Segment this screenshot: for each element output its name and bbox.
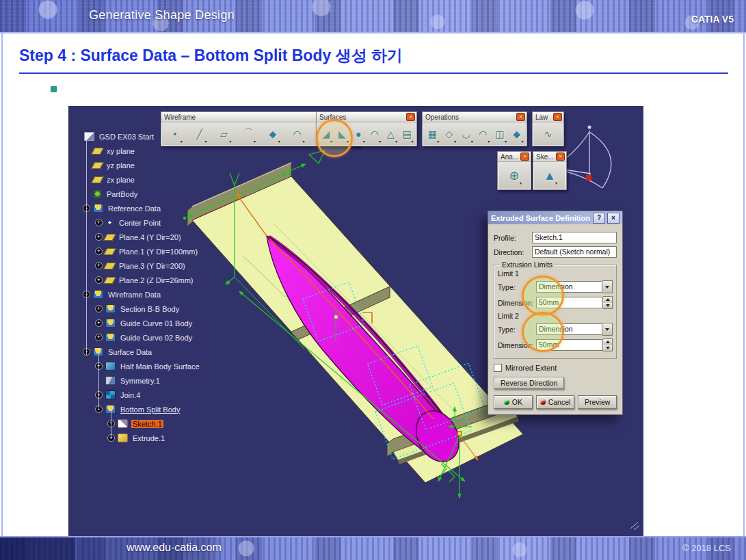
tree-item-label[interactable]: Wireframe Data — [107, 291, 162, 299]
tree-item[interactable]: - Wireframe Data — [72, 287, 234, 302]
tree-item-label[interactable]: Plane.4 (Y Dir=20) — [118, 233, 183, 241]
mirrored-extent-checkbox[interactable] — [494, 364, 502, 372]
sweep-icon[interactable]: △▾ — [384, 126, 398, 142]
sphere-icon[interactable]: ●▾ — [351, 126, 366, 142]
sketcher-icon[interactable]: ▲▾ — [542, 168, 558, 184]
expand-toggle[interactable]: + — [95, 276, 103, 284]
expand-toggle[interactable]: + — [95, 233, 103, 241]
tree-item-label[interactable]: Surface Data — [107, 348, 153, 356]
tree-item-label[interactable]: zx plane — [105, 176, 136, 184]
tree-item-label[interactable]: Section B-B Body — [119, 305, 181, 313]
tree-item[interactable]: yz plane — [72, 158, 234, 172]
tree-item-label[interactable]: Sketch.1 — [131, 420, 163, 428]
join-icon[interactable]: ▦▾ — [425, 126, 440, 142]
tree-item[interactable]: + Plane.4 (Y Dir=20) — [72, 230, 234, 244]
dialog-title-bar[interactable]: Extruded Surface Definition ? × — [488, 211, 622, 224]
projection-icon[interactable]: ⌒▾ — [240, 126, 256, 142]
tree-item[interactable]: + Half Main Body Surface — [72, 359, 234, 373]
manipulator-handle[interactable] — [334, 315, 338, 319]
expand-toggle[interactable]: - — [83, 291, 90, 298]
offset-icon[interactable]: ◠▾ — [367, 126, 382, 142]
chevron-down-icon[interactable] — [602, 323, 613, 336]
toolbar-title-bar[interactable]: Law — [533, 112, 563, 122]
close-icon[interactable] — [516, 113, 525, 121]
toolbar-title-bar[interactable]: Ske... — [533, 152, 566, 162]
healing-icon[interactable]: ◇▾ — [442, 126, 457, 142]
preview-button[interactable]: Preview — [578, 395, 617, 409]
close-icon[interactable] — [556, 152, 565, 161]
close-icon[interactable] — [520, 152, 529, 161]
tree-item[interactable]: + Sketch.1 — [72, 416, 234, 431]
toolbar-title-bar[interactable]: Ana... — [498, 152, 531, 162]
split-icon[interactable]: ◡▾ — [459, 126, 474, 142]
dimension1-spinner[interactable] — [603, 296, 613, 309]
tree-item[interactable]: + Guide Curve 01 Body — [72, 316, 234, 330]
tree-item-label[interactable]: Plane.3 (Y Dir=200) — [118, 262, 187, 270]
expand-toggle[interactable]: + — [95, 391, 103, 399]
expand-toggle[interactable]: + — [95, 334, 103, 341]
trim-icon[interactable]: ◠▾ — [475, 126, 490, 142]
tree-item[interactable]: - Bottom Split Body — [72, 402, 234, 416]
direction-input[interactable]: Default (Sketch normal) — [532, 246, 617, 258]
tree-item-label[interactable]: Half Main Body Surface — [119, 362, 201, 371]
tree-item[interactable]: + Center Point — [72, 215, 234, 230]
analysis-icon[interactable]: ⊕▾ — [506, 168, 522, 184]
expand-toggle[interactable]: + — [95, 262, 103, 269]
boundary-icon[interactable]: ◫▾ — [492, 126, 507, 142]
tree-item-label[interactable]: Plane.1 (Y Dir=100mm) — [118, 248, 199, 256]
tree-item-label[interactable]: GSD EX03 Start — [98, 133, 155, 141]
tree-item-label[interactable]: Reference Data — [107, 204, 162, 213]
expand-toggle[interactable]: + — [95, 248, 103, 255]
expand-toggle[interactable]: + — [95, 305, 103, 312]
reverse-direction-button[interactable]: Reverse Direction — [494, 377, 564, 389]
extract-icon[interactable]: ◆▾ — [509, 126, 524, 142]
resize-grip-icon[interactable] — [630, 522, 639, 530]
tree-item-label[interactable]: Plane.2 (Z Dir=26mm) — [118, 276, 195, 284]
help-icon[interactable]: ? — [593, 213, 605, 224]
expand-toggle[interactable]: + — [95, 362, 103, 370]
chevron-down-icon[interactable] — [602, 280, 613, 293]
curve-icon[interactable]: ◠▾ — [289, 126, 306, 142]
tree-item[interactable]: + Plane.3 (Y Dir=200) — [72, 258, 234, 273]
tree-item-label[interactable]: Guide Curve 02 Body — [119, 334, 194, 342]
expand-toggle[interactable]: - — [83, 204, 90, 212]
tree-item[interactable]: PartBody — [72, 187, 234, 201]
tree-item[interactable]: + Plane.1 (Y Dir=100mm) — [72, 244, 234, 258]
profile-input[interactable]: Sketch.1 — [532, 232, 617, 243]
plane-icon[interactable]: ▱▾ — [215, 126, 232, 142]
expand-toggle[interactable]: - — [83, 348, 90, 356]
line-icon[interactable]: ╱▾ — [191, 126, 208, 142]
close-icon[interactable] — [406, 113, 415, 121]
tree-item-label[interactable]: Extrude.1 — [131, 434, 166, 442]
tree-item-label[interactable]: xy plane — [105, 147, 136, 155]
law-curve-icon[interactable]: ∿ — [540, 126, 557, 142]
tree-item-label[interactable]: yz plane — [105, 161, 136, 170]
tree-item[interactable]: + Join.4 — [72, 388, 234, 402]
tree-item-label[interactable]: Symmetry.1 — [119, 377, 161, 385]
expand-toggle[interactable]: - — [95, 405, 103, 413]
tree-item[interactable]: + Guide Curve 02 Body — [72, 330, 234, 345]
toolbar-title-bar[interactable]: Operations — [423, 112, 527, 122]
tree-item[interactable]: Symmetry.1 — [72, 373, 234, 388]
dimension2-spinner[interactable] — [603, 338, 613, 351]
close-icon[interactable]: × — [607, 213, 620, 224]
close-icon[interactable] — [553, 113, 562, 121]
tree-item[interactable]: + Section B-B Body — [72, 302, 234, 316]
tree-item-label[interactable]: Join.4 — [119, 391, 142, 399]
expand-toggle[interactable]: + — [95, 319, 103, 327]
blend-icon[interactable]: ▤▾ — [400, 126, 414, 142]
tree-item-label[interactable]: Center Point — [118, 219, 162, 227]
tree-item-label[interactable]: PartBody — [105, 190, 139, 198]
intersection-icon[interactable]: ◆▾ — [265, 126, 281, 142]
tree-item[interactable]: + Plane.2 (Z Dir=26mm) — [72, 273, 234, 287]
tree-item[interactable]: + Extrude.1 — [72, 431, 234, 445]
tree-item-label[interactable]: Guide Curve 01 Body — [119, 319, 194, 328]
expand-toggle[interactable]: + — [95, 219, 103, 226]
tree-item-label[interactable]: Bottom Split Body — [119, 405, 181, 414]
point-icon[interactable]: •▾ — [167, 126, 183, 142]
cancel-button[interactable]: Cancel — [536, 395, 575, 409]
tree-item[interactable]: - Reference Data — [72, 201, 234, 215]
ok-button[interactable]: OK — [494, 395, 533, 409]
tree-item[interactable]: - Surface Data — [72, 345, 234, 359]
tree-item[interactable]: zx plane — [72, 172, 234, 187]
